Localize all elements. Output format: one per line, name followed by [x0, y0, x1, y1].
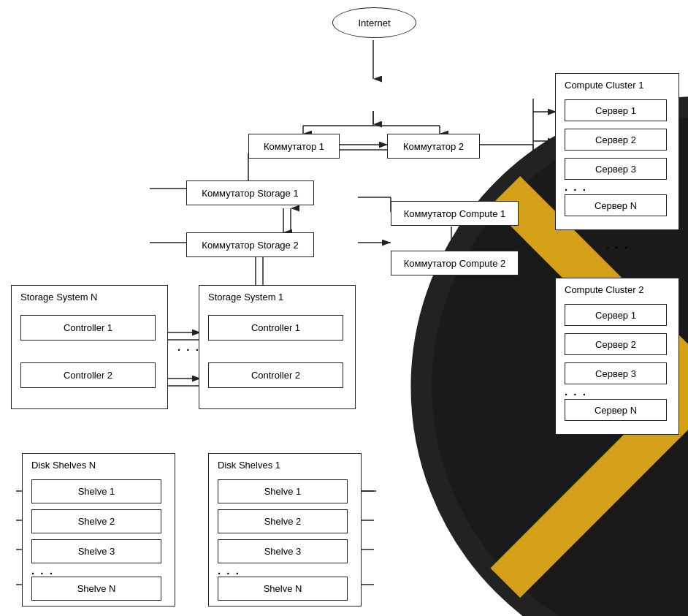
disk-shelves-1-group: Disk Shelves 1 Shelve 1 Shelve 2 Shelve …: [208, 453, 362, 607]
storage-system-1-group: Storage System 1 Controller 1 Controller…: [199, 285, 356, 409]
storage-1-controller-2: Controller 2: [208, 362, 343, 388]
server-1-n: Сервер N: [565, 194, 667, 216]
server-1-3: Сервер 3: [565, 158, 667, 180]
shelf-n-3: Shelve 3: [31, 539, 161, 563]
disk-shelves-1-label: Disk Shelves 1: [218, 460, 280, 471]
server-2-1: Сервер 1: [565, 304, 667, 326]
shelf-n-2: Shelve 2: [31, 509, 161, 533]
shelf-1-2: Shelve 2: [218, 509, 348, 533]
internet-node: Internet: [332, 7, 416, 38]
kommutator-storage-2: Коммутатор Storage 2: [186, 232, 314, 257]
compute-cluster-1-group: Compute Cluster 1 Сервер 1 Сервер 2 Серв…: [555, 73, 679, 230]
kommutator-1: Коммутатор 1: [248, 134, 340, 159]
kommutator-compute-1: Коммутатор Compute 1: [391, 201, 519, 226]
kommutator-2: Коммутатор 2: [387, 134, 480, 159]
shelf-n-1: Shelve 1: [31, 479, 161, 503]
shelf-1-n: Shelve N: [218, 577, 348, 601]
server-2-2: Сервер 2: [565, 333, 667, 355]
compute-cluster-1-label: Compute Cluster 1: [565, 80, 643, 91]
shelf-1-3: Shelve 3: [218, 539, 348, 563]
compute-cluster-2-label: Compute Cluster 2: [565, 284, 643, 295]
storage-n-controller-1: Controller 1: [20, 315, 156, 341]
server-1-2: Сервер 2: [565, 129, 667, 151]
storage-n-controller-2: Controller 2: [20, 362, 156, 388]
disk-shelves-n-group: Disk Shelves N Shelve 1 Shelve 2 Shelve …: [22, 453, 175, 607]
shelf-1-1: Shelve 1: [218, 479, 348, 503]
server-1-1: Сервер 1: [565, 99, 667, 121]
disk-shelves-n-label: Disk Shelves N: [31, 460, 96, 471]
storage-system-n-label: Storage System N: [20, 292, 98, 303]
shelf-n-n: Shelve N: [31, 577, 161, 601]
internet-label: Internet: [358, 18, 390, 28]
kommutator-storage-1: Коммутатор Storage 1: [186, 180, 314, 205]
storage-system-n-group: Storage System N Controller 1 Controller…: [11, 285, 168, 409]
server-2-3: Сервер 3: [565, 362, 667, 384]
compute-clusters-dots: · · ·: [606, 241, 629, 254]
storage-1-controller-1: Controller 1: [208, 315, 343, 341]
storage-system-1-label: Storage System 1: [208, 292, 283, 303]
server-2-n: Сервер N: [565, 399, 667, 421]
storage-systems-dots: · · ·: [177, 343, 200, 356]
compute-cluster-2-group: Compute Cluster 2 Сервер 1 Сервер 2 Серв…: [555, 278, 679, 435]
kommutator-compute-2: Коммутатор Compute 2: [391, 251, 519, 275]
firewall-icon: [357, 79, 389, 111]
